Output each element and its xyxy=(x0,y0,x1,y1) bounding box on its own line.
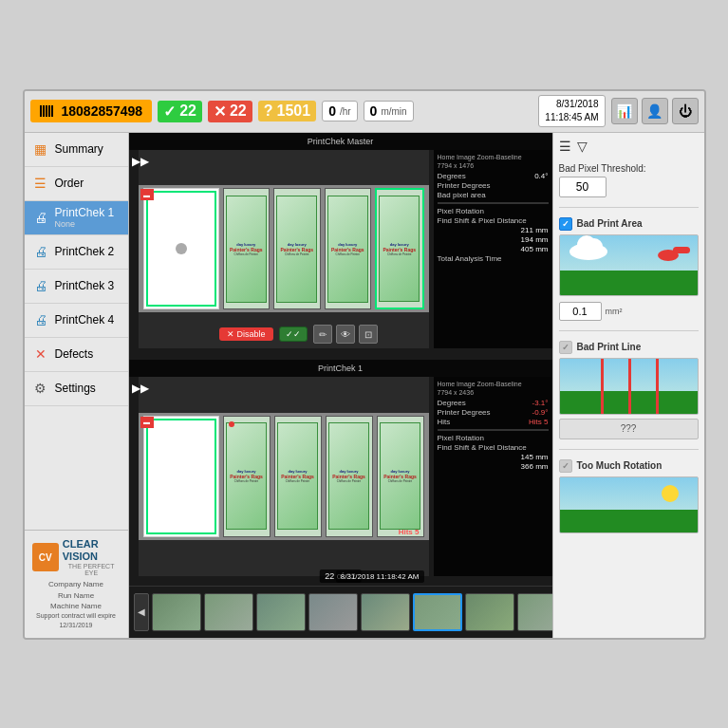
info-row-printer: Printer Degrees xyxy=(438,181,549,190)
vert-line-2 xyxy=(628,359,631,414)
bad-print-area-input[interactable] xyxy=(559,302,602,321)
print-view-area: PrintChek Master ▶▶ xyxy=(129,133,552,638)
sidebar-bottom: CV CLEARVISION THE PERFECT EYE Company N… xyxy=(25,530,128,638)
unknown-count-block: ? 1501 xyxy=(258,101,316,121)
film-thumb-2[interactable] xyxy=(204,593,253,631)
sidebar-item-printchek1-sub: None xyxy=(55,219,115,229)
right-panel: ☰ ▽ Bad Pixel Threshold: ✓ Bad Print Are… xyxy=(552,133,704,638)
film-thumb-1[interactable] xyxy=(152,593,201,631)
disable-button[interactable]: ✕ Disable xyxy=(219,327,273,341)
film-thumb-5[interactable] xyxy=(361,593,410,631)
unknown-count: 1501 xyxy=(277,103,311,120)
preview-ground xyxy=(560,271,698,294)
question-icon: ? xyxy=(264,103,273,120)
film-thumb-3[interactable] xyxy=(256,593,306,631)
bottom-expand-arrow[interactable]: ▶▶ xyxy=(132,382,149,395)
sidebar-item-settings-label: Settings xyxy=(55,382,96,395)
bad-count: 22 xyxy=(230,103,247,120)
machine-name: Machine Name xyxy=(32,601,121,611)
film-thumb-7[interactable] xyxy=(465,593,514,631)
pencil-button[interactable]: ✏ xyxy=(313,325,332,344)
divider-1 xyxy=(559,207,699,208)
info-row-badpixel: Bad pixel area xyxy=(438,191,549,199)
vert-line-1 xyxy=(601,359,604,414)
sidebar-item-printchek1[interactable]: 🖨 PrintChek 1 None xyxy=(25,201,128,235)
defects-icon: ✕ xyxy=(32,345,49,363)
list-icon: ☰ xyxy=(32,175,49,192)
vert-line-3 xyxy=(656,359,659,414)
film-thumb-4[interactable] xyxy=(308,593,358,631)
measurement-row: mm² xyxy=(559,302,699,321)
bad-print-area-label: Bad Print Area xyxy=(577,218,643,229)
top-bar: 18082857498 ✓ 22 ✕ 22 ? 1501 0 /hr 0 m/m… xyxy=(25,91,704,133)
threshold-input[interactable] xyxy=(559,177,607,197)
filmstrip-prev[interactable]: ◀ xyxy=(134,593,149,631)
film-thumb-6-selected[interactable] xyxy=(413,593,462,631)
crop-button[interactable]: ⊡ xyxy=(359,325,378,344)
company-info: Company Name Run Name Machine Name Suppo… xyxy=(32,579,121,629)
top-info-panel: Home Image Zoom-Baseline 7794 x 1476 Deg… xyxy=(434,150,552,349)
rate-min-block: 0 m/min xyxy=(364,101,414,121)
logo-area: CV CLEARVISION THE PERFECT EYE xyxy=(32,538,121,576)
power-button[interactable]: ⏻ xyxy=(672,98,699,124)
action-icons: ✏ 👁 ⊡ xyxy=(313,325,378,344)
filmstrip: ◀ xyxy=(129,586,552,638)
bad-print-area-header: ✓ Bad Print Area xyxy=(559,217,699,231)
time-text: 11:18:45 AM xyxy=(545,111,598,124)
rate-min-value: 0 xyxy=(370,103,378,119)
x-count-icon: ✕ xyxy=(214,103,226,121)
bottom-print-image: day luxury Painter's Rags Chiffons de Pe… xyxy=(139,377,429,576)
sidebar-item-printchek2[interactable]: 🖨 PrintChek 2 xyxy=(25,235,128,270)
datetime-block: 8/31/2018 11:18:45 AM xyxy=(538,95,605,127)
settings-icon: ⚙ xyxy=(32,380,49,397)
eye-button[interactable]: 👁 xyxy=(336,325,355,344)
logo-text: CLEARVISION xyxy=(63,538,121,563)
sidebar-item-printchek1-label: PrintChek 1 xyxy=(55,206,115,219)
bad-print-area-checkbox[interactable]: ✓ xyxy=(559,217,572,231)
support-expiry: Support contract will expire 12/31/2019 xyxy=(32,611,121,630)
bottom-panel-header: PrintChek 1 xyxy=(129,360,552,377)
user-button[interactable]: 👤 xyxy=(642,98,668,124)
body-area: ▦ Summary ☰ Order 🖨 PrintChek 1 None 🖨 P… xyxy=(25,133,704,638)
sidebar: ▦ Summary ☰ Order 🖨 PrintChek 1 None 🖨 P… xyxy=(25,133,129,638)
bad-print-line-checkbox[interactable]: ✓ xyxy=(559,341,572,354)
disable-label: Disable xyxy=(237,329,266,339)
sidebar-item-defects[interactable]: ✕ Defects xyxy=(25,338,128,372)
too-much-rotation-checkbox[interactable]: ✓ xyxy=(559,459,572,473)
bottom-conveyor: day luxury Painter's Rags Chiffons de Pe… xyxy=(139,377,429,576)
sidebar-item-order[interactable]: ☰ Order xyxy=(25,167,128,201)
line-button[interactable]: ??? xyxy=(559,419,699,439)
chart-button[interactable]: 📊 xyxy=(611,98,638,124)
rotation-preview xyxy=(559,476,699,533)
top-print-panel: PrintChek Master ▶▶ xyxy=(129,133,552,361)
barcode-icon xyxy=(40,104,57,118)
sidebar-item-summary[interactable]: ▦ Summary xyxy=(25,133,128,167)
bad-count-block: ✕ 22 xyxy=(208,101,252,122)
hits-label: Hits 5 xyxy=(399,528,420,536)
checkmark-icon: ✓ xyxy=(163,103,176,121)
measurement-unit: mm² xyxy=(606,307,623,316)
rate-hr-block: 0 /hr xyxy=(322,101,357,121)
rate-hr-label: /hr xyxy=(340,106,351,117)
bad-print-line-header: ✓ Bad Print Line xyxy=(559,341,699,354)
logo-box: CV xyxy=(32,543,59,571)
verify-button[interactable]: ✓✓ xyxy=(279,327,308,342)
rate-min-label: m/min xyxy=(381,106,406,117)
bad-print-area-section: ✓ Bad Print Area mm² xyxy=(559,217,699,321)
film-thumb-8[interactable] xyxy=(517,593,552,631)
job-id-text: 18082857498 xyxy=(62,103,143,119)
rate-hr-value: 0 xyxy=(328,103,336,119)
sidebar-item-printchek4[interactable]: 🖨 PrintChek 4 xyxy=(25,304,128,338)
bad-print-line-section: ✓ Bad Print Line ??? xyxy=(559,341,699,439)
main-content: PrintChek Master ▶▶ xyxy=(129,133,552,638)
filter-icon[interactable]: ▽ xyxy=(577,139,588,154)
sidebar-item-printchek3[interactable]: 🖨 PrintChek 3 xyxy=(25,270,128,304)
print4-icon: 🖨 xyxy=(32,311,49,328)
sidebar-item-settings[interactable]: ⚙ Settings xyxy=(25,372,128,406)
red-pill-icon xyxy=(673,247,690,253)
bottom-info-panel: Home Image Zoom-Baseline 7794 x 2436 Deg… xyxy=(434,377,552,576)
sidebar-item-defects-label: Defects xyxy=(55,347,94,361)
top-expand-arrow[interactable]: ▶▶ xyxy=(132,155,149,168)
hamburger-icon[interactable]: ☰ xyxy=(559,139,571,154)
too-much-rotation-section: ✓ Too Much Rotation xyxy=(559,459,699,533)
